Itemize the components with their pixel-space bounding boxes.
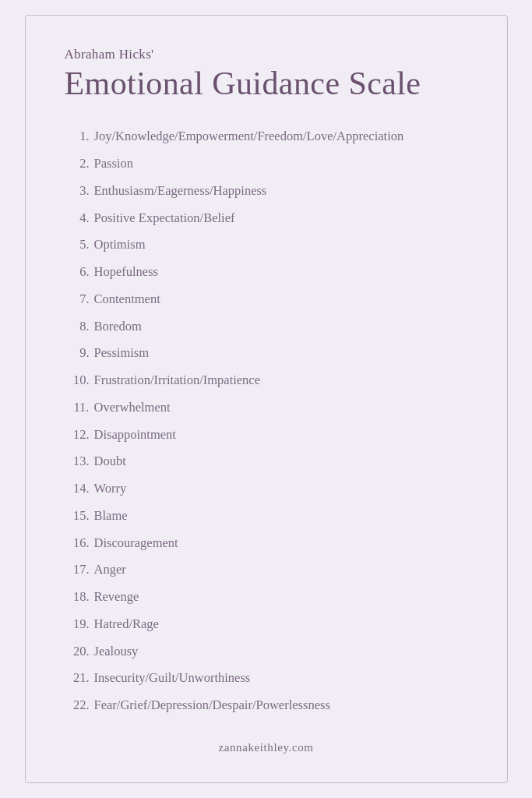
list-item: 18.Revenge [65,584,468,611]
emotion-number: 7. [65,290,90,309]
emotion-label: Pessimism [94,344,150,363]
emotion-number: 4. [65,209,90,228]
emotion-label: Contentment [94,290,160,309]
list-item: 14.Worry [65,475,468,503]
emotion-label: Disappointment [94,425,176,445]
emotion-label: Discouragement [94,534,178,553]
emotion-label: Boredom [94,317,142,337]
emotion-label: Anger [94,560,126,580]
emotion-label: Positive Expectation/Belief [94,209,235,228]
emotion-label: Insecurity/Guilt/Unworthiness [94,669,251,688]
emotion-label: Revenge [94,588,139,607]
emotion-number: 11. [65,398,90,418]
emotion-label: Joy/Knowledge/Empowerment/Freedom/Love/A… [94,127,404,147]
emotion-label: Frustration/Irritation/Impatience [94,371,261,390]
emotion-label: Blame [94,507,128,526]
emotion-number: 19. [65,615,90,634]
list-item: 3.Enthusiasm/Eagerness/Happiness [65,178,468,205]
list-item: 15.Blame [65,503,468,530]
list-item: 6.Hopefulness [65,259,468,286]
emotion-label: Hopefulness [94,263,158,282]
list-item: 8.Boredom [65,313,468,341]
emotion-number: 14. [65,479,90,499]
emotion-number: 10. [65,371,90,390]
emotion-label: Enthusiasm/Eagerness/Happiness [94,182,267,201]
emotion-label: Hatred/Rage [94,615,159,634]
list-item: 1.Joy/Knowledge/Empowerment/Freedom/Love… [65,123,468,150]
list-item: 21.Insecurity/Guilt/Unworthiness [65,665,468,692]
card: Abraham Hicks' Emotional Guidance Scale … [25,15,508,783]
emotion-number: 8. [65,317,90,337]
emotion-label: Optimism [94,235,146,255]
emotion-number: 5. [65,235,90,255]
emotion-label: Fear/Grief/Depression/Despair/Powerlessn… [94,696,330,715]
list-item: 7.Contentment [65,286,468,313]
subtitle: Abraham Hicks' [65,47,468,62]
emotion-number: 1. [65,127,90,147]
emotion-label: Worry [94,479,127,499]
emotion-label: Passion [94,154,133,174]
emotion-list: 1.Joy/Knowledge/Empowerment/Freedom/Love… [65,123,468,719]
list-item: 22.Fear/Grief/Depression/Despair/Powerle… [65,692,468,719]
emotion-number: 22. [65,696,90,715]
list-item: 13.Doubt [65,448,468,475]
emotion-number: 15. [65,507,90,526]
emotion-label: Jealousy [94,642,139,662]
emotion-label: Overwhelment [94,398,171,418]
emotion-number: 21. [65,669,90,688]
emotion-number: 18. [65,588,90,607]
list-item: 2.Passion [65,150,468,178]
list-item: 9.Pessimism [65,340,468,367]
emotion-number: 2. [65,154,90,174]
emotion-number: 6. [65,263,90,282]
list-item: 20.Jealousy [65,638,468,666]
emotion-number: 20. [65,642,90,662]
list-item: 11.Overwhelment [65,394,468,422]
emotion-number: 12. [65,425,90,445]
footer-website: zannakeithley.com [65,741,468,754]
list-item: 19.Hatred/Rage [65,611,468,638]
list-item: 4.Positive Expectation/Belief [65,205,468,232]
list-item: 10.Frustration/Irritation/Impatience [65,367,468,394]
emotion-label: Doubt [94,452,126,471]
list-item: 5.Optimism [65,231,468,259]
page-title: Emotional Guidance Scale [65,65,468,101]
emotion-number: 17. [65,560,90,580]
emotion-number: 16. [65,534,90,553]
emotion-number: 9. [65,344,90,363]
emotion-number: 3. [65,182,90,201]
emotion-number: 13. [65,452,90,471]
list-item: 16.Discouragement [65,530,468,557]
list-item: 12.Disappointment [65,422,468,449]
list-item: 17.Anger [65,556,468,584]
